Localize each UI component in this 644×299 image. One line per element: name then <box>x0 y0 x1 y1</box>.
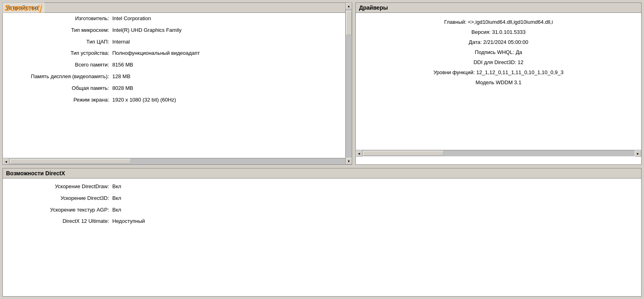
label-directdraw: Ускорение DirectDraw: <box>8 183 112 191</box>
driver-main-value: <>,igd10iumd64.dll,igd10iumd64.dll,i <box>468 19 553 25</box>
directx-panel-content: Ускорение DirectDraw: Вкл Ускорение Dire… <box>3 179 641 230</box>
driver-ddi-label: DDI для Direct3D: <box>473 59 516 65</box>
info-row-devtype: Тип устройства: Полнофункциональный виде… <box>3 48 352 59</box>
drivers-hscroll-right-btn[interactable]: ► <box>635 150 641 157</box>
driver-main-label: Главный: <box>444 19 466 25</box>
value-directdraw: Вкл <box>112 183 636 191</box>
label-manufacturer: Изготовитель: <box>8 15 112 23</box>
label-agp: Ускорение текстур AGP: <box>8 206 112 214</box>
drivers-hscroll-thumb[interactable] <box>363 151 444 156</box>
driver-fl-label: Уровни функций: <box>433 69 475 75</box>
value-chiptype: Intel(R) UHD Graphics Family <box>112 26 347 35</box>
driver-whql-row: Подпись WHQL: Да <box>361 47 636 57</box>
driver-main-row: Главный: <>,igd10iumd64.dll,igd10iumd64.… <box>361 17 636 27</box>
label-devtype: Тип устройства: <box>8 49 112 58</box>
device-panel: Устройство Изготовитель: Intel Corporati… <box>2 2 352 165</box>
driver-wddm-value: 3.1 <box>514 79 521 85</box>
driver-ddi-value: 12 <box>518 59 523 65</box>
main-container: Somon.tj Устройство Изготовитель: Intel … <box>0 0 644 299</box>
info-row-totalmem: Всего памяти: 8156 MB <box>3 59 352 71</box>
value-dac: Internal <box>112 38 347 46</box>
driver-ddi-row: DDI для Direct3D: 12 <box>361 57 636 67</box>
value-direct3d: Вкл <box>112 194 636 203</box>
hscroll-thumb[interactable] <box>10 159 131 164</box>
label-screenmode: Режим экрана: <box>8 96 112 104</box>
driver-date-row: Дата: 2/21/2024 05:00:00 <box>361 37 636 47</box>
device-vscrollbar[interactable]: ▲ ▼ <box>345 3 352 164</box>
hscroll-left-btn[interactable]: ◄ <box>3 158 9 165</box>
scroll-track[interactable] <box>346 9 352 158</box>
driver-fl-row: Уровни функций: 12_1,12_0,11_1,11_0,10_1… <box>361 67 636 77</box>
info-row-manufacturer: Изготовитель: Intel Corporation <box>3 13 352 25</box>
device-panel-header: Устройство <box>3 3 352 13</box>
driver-version-label: Версия: <box>471 29 491 35</box>
device-hscrollbar[interactable]: ◄ ► <box>3 158 352 164</box>
hscroll-track[interactable] <box>9 158 345 164</box>
driver-date-value: 2/21/2024 05:00:00 <box>483 39 528 45</box>
directx-panel-header: Возможности DirectX <box>3 168 641 179</box>
agp-row: Ускорение текстур AGP: Вкл <box>3 204 641 216</box>
info-row-chiptype: Тип микросхем: Intel(R) UHD Graphics Fam… <box>3 25 352 36</box>
label-direct3d: Ускорение Direct3D: <box>8 194 112 203</box>
direct3d-row: Ускорение Direct3D: Вкл <box>3 193 641 204</box>
value-manufacturer: Intel Corporation <box>112 15 347 23</box>
value-displaymem: 128 MB <box>112 73 347 81</box>
scroll-up-btn[interactable]: ▲ <box>346 3 352 9</box>
drivers-panel: Драйверы Главный: <>,igd10iumd64.dll,igd… <box>355 2 642 165</box>
label-displaymem: Память дисплея (видеопамять): <box>8 73 112 81</box>
driver-date-label: Дата: <box>469 39 481 45</box>
label-sharedmem: Общая память: <box>8 84 112 93</box>
value-dx12: Недоступный <box>112 217 636 226</box>
directx-panel: Возможности DirectX Ускорение DirectDraw… <box>2 168 642 297</box>
directdraw-row: Ускорение DirectDraw: Вкл <box>3 181 641 193</box>
value-devtype: Полнофункциональный видеоадапт <box>112 49 347 58</box>
info-row-sharedmem: Общая память: 8028 MB <box>3 83 352 94</box>
driver-wddm-row: Модель WDDM 3.1 <box>361 77 636 87</box>
device-panel-content: Изготовитель: Intel Corporation Тип микр… <box>3 13 352 158</box>
value-agp: Вкл <box>112 206 636 214</box>
drivers-content: Главный: <>,igd10iumd64.dll,igd10iumd64.… <box>356 13 641 150</box>
driver-version-value: 31.0.101.5333 <box>492 29 526 35</box>
scroll-down-btn[interactable]: ▼ <box>346 158 352 164</box>
driver-version-row: Версия: 31.0.101.5333 <box>361 27 636 37</box>
info-row-displaymem: Память дисплея (видеопамять): 128 MB <box>3 71 352 83</box>
drivers-hscroll-track[interactable] <box>362 150 635 156</box>
label-chiptype: Тип микросхем: <box>8 26 112 35</box>
driver-wddm-label: Модель WDDM <box>476 79 513 85</box>
label-totalmem: Всего памяти: <box>8 61 112 69</box>
scroll-thumb[interactable] <box>346 11 352 35</box>
value-totalmem: 8156 MB <box>112 61 347 69</box>
drivers-panel-header: Драйверы <box>356 3 641 13</box>
driver-whql-label: Подпись WHQL: <box>475 49 514 55</box>
top-row: Устройство Изготовитель: Intel Corporati… <box>0 0 644 166</box>
driver-whql-value: Да <box>516 49 522 55</box>
value-screenmode: 1920 x 1080 (32 bit) (60Hz) <box>112 96 347 104</box>
dx12-row: DirectX 12 Ultimate: Недоступный <box>3 216 641 227</box>
info-row-dac: Тип ЦАП: Internal <box>3 36 352 48</box>
label-dx12: DirectX 12 Ultimate: <box>8 217 112 226</box>
driver-fl-value: 12_1,12_0,11_1,11_0,10_1,10_0,9_3 <box>476 69 564 75</box>
value-sharedmem: 8028 MB <box>112 84 347 93</box>
label-dac: Тип ЦАП: <box>8 38 112 46</box>
drivers-hscroll-left-btn[interactable]: ◄ <box>356 150 362 157</box>
watermark: Somon.tj <box>2 2 45 14</box>
info-row-screenmode: Режим экрана: 1920 x 1080 (32 bit) (60Hz… <box>3 94 352 106</box>
drivers-hscrollbar[interactable]: ◄ ► <box>356 150 641 156</box>
